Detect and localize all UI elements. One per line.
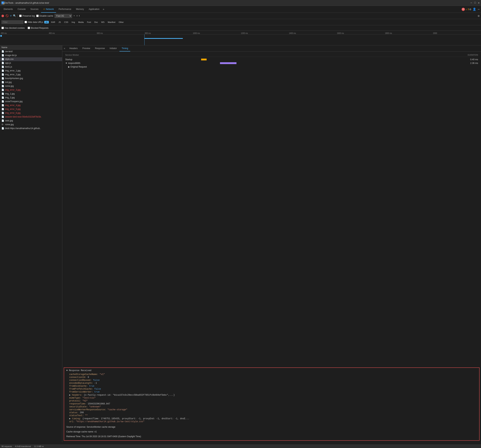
tab-bar: Elements Console Sources ⚠ Network Perfo… (0, 6, 481, 13)
tab-performance-label: Performance (59, 8, 71, 10)
minimize-button[interactable]: — (471, 1, 472, 4)
import-icon[interactable]: ⬆ (76, 14, 78, 17)
filter-icon[interactable]: ▽ (10, 14, 12, 17)
disable-cache-input[interactable] (36, 15, 39, 17)
has-blocked-cookies-input[interactable] (1, 27, 4, 29)
close-button[interactable]: ✕ (478, 1, 480, 4)
tab-console[interactable]: Console (15, 6, 28, 13)
tab-application[interactable]: Application (86, 6, 102, 13)
type-doc[interactable]: Doc (93, 21, 99, 23)
throttle-dropdown-icon[interactable]: ▾ (74, 15, 75, 17)
tab-elements[interactable]: Elements (1, 6, 15, 13)
file-item-img-1[interactable]: 📄 img_1.jpg (0, 92, 62, 96)
file-item-rome-gear[interactable]: ⚙ rome.jpg (0, 123, 62, 127)
user-icon[interactable]: 👤 (473, 7, 476, 11)
preserve-log-checkbox[interactable]: Preserve log (19, 15, 35, 17)
file-name: img_error_2.jpg (5, 73, 61, 76)
export-icon[interactable]: ⬇ (79, 14, 80, 17)
blocked-requests-input[interactable] (28, 27, 30, 29)
has-blocked-cookies-checkbox[interactable]: Has blocked cookies (1, 27, 25, 29)
ruler-400: 400 ms (49, 32, 97, 34)
file-name-error: img_error_6.jpg (5, 112, 61, 114)
title-bar: D DevTools - anubhamathur14.github.io/sw… (0, 0, 481, 6)
tab-sources[interactable]: Sources (28, 6, 41, 13)
type-other[interactable]: Other (118, 21, 125, 23)
type-font[interactable]: Font (86, 21, 92, 23)
prop-val: "v1" (100, 373, 105, 376)
detail-tab-preview[interactable]: Preview (80, 45, 92, 52)
startup-bar (201, 59, 207, 60)
filter-input[interactable] (1, 20, 23, 24)
file-icon: 📄 (1, 104, 4, 106)
file-item-app-js[interactable]: 📄 app.js (0, 61, 62, 65)
file-item-img-error-4[interactable]: 📄 img_error_4.jpg (0, 104, 62, 107)
file-name: ind.jpg (5, 81, 61, 83)
type-js[interactable]: JS (57, 21, 62, 23)
file-item-img-error-5[interactable]: 📄 img_error_5.jpg (0, 107, 62, 111)
hide-data-urls-input[interactable] (24, 21, 27, 23)
file-item-img-error-2[interactable]: 📄 img_error_2.jpg (0, 73, 62, 76)
type-all[interactable]: All (44, 21, 49, 23)
prop-timing[interactable]: ▶ timing: {requestTime: 1746751.185435, … (66, 417, 477, 420)
prop-statusText: statusText: "" (66, 414, 477, 417)
window-controls[interactable]: — □ ✕ (471, 1, 480, 4)
file-item-img-error-1[interactable]: 📄 img_error_1.jpg (0, 69, 62, 73)
file-name: img_1.jpg (5, 92, 61, 95)
stop-icon[interactable]: 🚫 (6, 14, 9, 17)
file-item-img-error-3[interactable]: 📄 img_error_3.jpg (0, 88, 62, 92)
type-img[interactable]: Img (70, 21, 76, 23)
toolbar: 🚫 ▽ 🔍 Preserve log Disable cache Fast 3G… (0, 13, 481, 19)
detail-tab-initiator[interactable]: Initiator (107, 45, 119, 52)
toolbar-settings-icon[interactable]: ⚙ (478, 14, 480, 18)
more-options-icon[interactable]: ⋯ (478, 7, 480, 11)
prop-headers[interactable]: ▶ headers: {x-fastly-request-id: "b1ca15… (66, 393, 477, 396)
hide-data-urls-checkbox[interactable]: Hide data URLs (24, 21, 43, 23)
ruler-1400: 1400 ms (289, 32, 337, 34)
record-button[interactable] (1, 15, 4, 17)
warn-count: 5 (468, 8, 469, 11)
throttle-select[interactable]: Fast 3G Slow 3G No throttling (55, 14, 72, 18)
type-css[interactable]: CSS (63, 21, 69, 23)
file-list: Name 📄 sw-test/ 📄 image-list.js 📄 style.… (0, 45, 62, 442)
prop-key: encodedDataLength: (69, 382, 94, 384)
file-item-style-css[interactable]: 📄 style.css (0, 57, 62, 61)
type-manifest[interactable]: Manifest (107, 21, 116, 23)
type-ws[interactable]: WS (100, 21, 106, 23)
duration-header-label: DURATION (468, 54, 478, 56)
maximize-button[interactable]: □ (474, 1, 476, 4)
file-name: blob:https://anubhamathur14.github.. (5, 127, 61, 130)
detail-tab-response[interactable]: Response (93, 45, 107, 52)
type-media[interactable]: Media (77, 21, 85, 23)
file-item-blob[interactable]: 📄 blob:https://anubhamathur14.github.. (0, 127, 62, 130)
file-item-text1-js[interactable]: 📄 text1.js (0, 65, 62, 69)
file-name-error: img_error_3.jpg (5, 89, 61, 91)
timeline: 200 ms 400 ms 600 ms 800 ms 1000 ms 1200… (0, 31, 481, 45)
blocked-requests-checkbox[interactable]: Blocked Requests (28, 27, 49, 29)
detail-close-button[interactable]: ✕ (64, 47, 65, 50)
respondwith-bar (220, 62, 236, 64)
tab-memory[interactable]: Memory (74, 6, 86, 13)
search-icon[interactable]: 🔍 (13, 14, 16, 17)
tab-performance[interactable]: Performance (56, 6, 74, 13)
more-tabs-button[interactable]: » (103, 8, 104, 11)
disable-cache-checkbox[interactable]: Disable cache (36, 15, 53, 17)
tab-network[interactable]: ⚠ Network (41, 6, 56, 13)
file-item-img-2[interactable]: 📄 img_2.jpg (0, 96, 62, 100)
detail-tab-headers[interactable]: Headers (67, 45, 80, 52)
file-item-rome[interactable]: 📄 rome.jpg (0, 84, 62, 88)
file-item-weaver-bird[interactable]: 📄 weaver-bird-nest-56e6c0323df78c5b. (0, 115, 62, 119)
file-item-sw-test[interactable]: 📄 sw-test/ (0, 50, 62, 53)
settings-icon[interactable]: ⚙ (469, 7, 471, 11)
file-item-ind[interactable]: 📄 ind.jpg (0, 80, 62, 84)
prop-val: 200 (80, 411, 84, 414)
detail-tab-timing[interactable]: Timing (120, 45, 130, 52)
type-xhr[interactable]: XHR (50, 21, 56, 23)
preserve-log-input[interactable] (19, 15, 22, 17)
prop-val: 0 (88, 376, 89, 379)
file-item-image-list[interactable]: 📄 image-list.js (0, 53, 62, 57)
file-item-bounty-hunters[interactable]: 📄 bountyHunters.jpg (0, 76, 62, 80)
file-item-img-error-6[interactable]: 📄 img_error_6.jpg (0, 111, 62, 115)
file-item-swis[interactable]: 📄 swis.jpg (0, 119, 62, 123)
file-item-snow-troopers[interactable]: 📄 snowTroopers.jpg (0, 100, 62, 104)
hide-data-urls-label: Hide data URLs (28, 21, 43, 23)
